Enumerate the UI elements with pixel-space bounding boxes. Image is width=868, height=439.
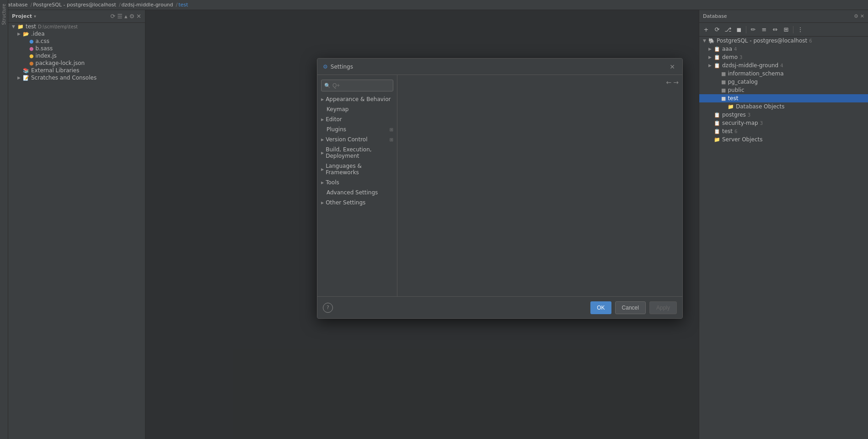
nav-build[interactable]: Build, Execution, Deployment	[317, 145, 397, 161]
server-objects-icon: 📁	[714, 137, 720, 143]
settings-search-box[interactable]: 🔍	[321, 80, 393, 91]
db-item-dzdsj[interactable]: ▶ 📋 dzdsj-middle-ground 4	[699, 61, 868, 70]
pg-catalog-icon: ■	[721, 79, 726, 85]
search-icon: 🔍	[324, 83, 331, 89]
nav-appearance[interactable]: Appearance & Behavior	[317, 94, 397, 104]
tree-acss[interactable]: ● a.css	[8, 37, 145, 45]
close-dialog-button[interactable]: ✕	[668, 62, 677, 71]
sass-file-icon: ●	[29, 46, 34, 52]
back-arrow[interactable]: ←	[666, 79, 672, 86]
settings-icon[interactable]: ⚙	[129, 13, 134, 20]
db-edit-btn[interactable]: ✏	[748, 25, 758, 35]
postgres-item-icon: 📋	[714, 112, 720, 118]
demo-icon: 📋	[714, 54, 720, 60]
db-filter-btn[interactable]: ≡	[759, 25, 769, 35]
nav-advanced-label: Advanced Settings	[327, 189, 378, 196]
footer-right: OK Cancel Apply	[590, 301, 677, 314]
sync-icon[interactable]: ⟳	[110, 13, 115, 20]
nav-tools[interactable]: Tools	[317, 177, 397, 187]
dzdsj-badge: 4	[780, 63, 783, 68]
db-panel-settings-icon[interactable]: ⚙	[854, 13, 858, 19]
nav-languages[interactable]: Languages & Frameworks	[317, 161, 397, 177]
db-nav-btn[interactable]: ⎇	[723, 25, 733, 35]
db-compare-btn[interactable]: ⇔	[770, 25, 780, 35]
top-bar: Database / PostgreSQL - postgres@localho…	[0, 0, 868, 10]
forward-arrow[interactable]: →	[673, 79, 679, 86]
db-item-public[interactable]: ■ public	[699, 86, 868, 94]
demo-arrow: ▶	[708, 55, 714, 59]
tree-packagejson[interactable]: ● package-lock.json	[8, 59, 145, 67]
breadcrumb-project[interactable]: dzdsj-middle-ground	[122, 2, 173, 8]
settings-sidebar: 🔍 Appearance & Behavior Keymap Editor	[317, 75, 397, 296]
aaa-arrow: ▶	[708, 47, 714, 51]
cancel-button[interactable]: Cancel	[615, 301, 646, 314]
breadcrumb-test[interactable]: test	[178, 2, 188, 8]
nav-other-label: Other Settings	[326, 199, 365, 206]
nav-editor[interactable]: Editor	[317, 114, 397, 124]
db-item-test-selected[interactable]: ■ test	[699, 94, 868, 102]
security-map-icon: 📋	[714, 120, 720, 126]
postgres-badge: 3	[748, 112, 750, 118]
tree-scratches[interactable]: ▶ 📝 Scratches and Consoles	[8, 74, 145, 81]
db-item-pg-catalog[interactable]: ■ pg_catalog	[699, 78, 868, 86]
nav-plugins[interactable]: Plugins ⊞	[317, 124, 397, 134]
db-item-db-objects[interactable]: 📁 Database Objects	[699, 102, 868, 111]
tree-bsass[interactable]: ● b.sass	[8, 45, 145, 52]
structure-tab[interactable]: Structure	[0, 0, 7, 29]
db-toolbar: + ⟳ ⎇ ◼ ✏ ≡ ⇔ ⊞ ⋮	[699, 23, 868, 37]
dzdsj-label: dzdsj-middle-ground	[722, 62, 778, 69]
info-schema-label: information_schema	[728, 70, 783, 77]
idea-label: .idea	[31, 31, 45, 37]
tree-indexjs[interactable]: ● index.js	[8, 52, 145, 59]
layout-icon[interactable]: ☰	[117, 13, 123, 20]
db-more-btn[interactable]: ⋮	[795, 25, 805, 35]
dialog-footer: ? OK Cancel Apply	[317, 296, 682, 318]
db-item-demo[interactable]: ▶ 📋 demo 3	[699, 53, 868, 61]
tree-root[interactable]: ▼ 📁 test D:\scm\temp\test	[8, 23, 145, 30]
nav-editor-label: Editor	[326, 116, 342, 123]
db-item-aaa[interactable]: ▶ 📋 aaa 4	[699, 45, 868, 53]
database-panel: Database ⚙ ✕ + ⟳ ⎇ ◼ ✏ ≡ ⇔ ⊞ ⋮ ▼ 🐘	[699, 10, 868, 439]
demo-badge: 3	[739, 55, 742, 60]
extlibs-label: External Libraries	[31, 67, 79, 74]
db-diagram-btn[interactable]: ⊞	[781, 25, 791, 35]
nav-advanced[interactable]: Advanced Settings	[317, 187, 397, 198]
db-item-test[interactable]: 📋 test 6	[699, 127, 868, 135]
settings-icon-title: ⚙	[323, 64, 328, 70]
db-refresh-btn[interactable]: ⟳	[712, 25, 722, 35]
nav-other[interactable]: Other Settings	[317, 198, 397, 208]
db-item-postgres-root[interactable]: ▼ 🐘 PostgreSQL - postgres@localhost 6	[699, 37, 868, 45]
settings-search-input[interactable]	[332, 82, 390, 89]
tree-extlibs[interactable]: 📚 External Libraries	[8, 67, 145, 74]
acss-label: a.css	[36, 38, 49, 44]
idea-arrow: ▶	[17, 32, 22, 36]
project-dropdown-icon[interactable]: ▾	[34, 14, 36, 19]
aaa-badge: 4	[734, 47, 737, 52]
breadcrumb-postgres[interactable]: PostgreSQL - postgres@localhost	[33, 2, 116, 8]
ok-button[interactable]: OK	[590, 301, 611, 314]
db-item-info-schema[interactable]: ■ information_schema	[699, 70, 868, 78]
project-panel: Project ▾ ⟳ ☰ ▴ ⚙ ✕ ▼ 📁 test D:\scm\temp…	[8, 10, 145, 439]
nav-keymap[interactable]: Keymap	[317, 104, 397, 114]
postgres-root-label: PostgreSQL - postgres@localhost	[717, 37, 807, 44]
tree-idea[interactable]: ▶ 📂 .idea	[8, 30, 145, 37]
nav-vcs[interactable]: Version Control ⊞	[317, 134, 397, 145]
collapse-icon[interactable]: ▴	[124, 13, 128, 20]
help-button[interactable]: ?	[323, 303, 333, 313]
apply-button[interactable]: Apply	[649, 301, 677, 314]
nav-vcs-label: Version Control	[326, 136, 367, 143]
close-panel-icon[interactable]: ✕	[136, 13, 141, 20]
db-item-postgres[interactable]: 📋 postgres 3	[699, 111, 868, 119]
extlibs-icon: 📚	[23, 68, 29, 74]
footer-left: ?	[323, 303, 333, 313]
db-stop-btn[interactable]: ◼	[734, 25, 744, 35]
db-item-security-map[interactable]: 📋 security-map 3	[699, 119, 868, 127]
db-item-server-objects[interactable]: 📁 Server Objects	[699, 135, 868, 144]
test-selected-label: test	[728, 95, 738, 102]
postgres-label: postgres	[722, 112, 746, 118]
db-panel-close-icon[interactable]: ✕	[860, 13, 864, 19]
modal-overlay: ⚙ Settings ✕ 🔍	[145, 10, 699, 439]
db-toolbar-sep2	[793, 26, 793, 33]
aaa-label: aaa	[722, 46, 732, 52]
db-add-btn[interactable]: +	[701, 25, 711, 35]
